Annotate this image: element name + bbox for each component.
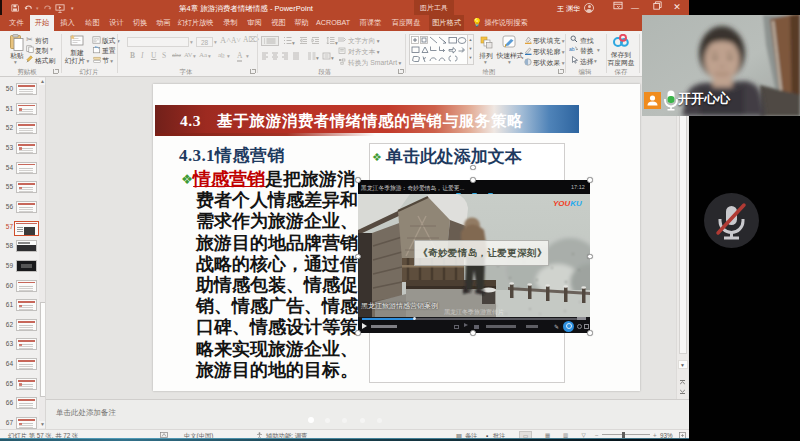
section-icon[interactable] xyxy=(93,56,101,65)
slide-thumbnail-60[interactable] xyxy=(16,280,37,292)
tab-home[interactable]: 开始 xyxy=(30,15,54,31)
slide-thumbnail-55[interactable] xyxy=(16,181,37,193)
align-left-button[interactable] xyxy=(261,52,269,61)
user-avatar[interactable] xyxy=(584,3,594,13)
change-case-dropdown[interactable]: ▾ xyxy=(208,53,211,59)
rotate-handle[interactable] xyxy=(470,165,476,171)
char-spacing-dropdown[interactable]: ▾ xyxy=(193,53,196,59)
section-button[interactable]: 节 ▾ xyxy=(102,56,113,66)
notes-placeholder[interactable]: 单击此处添加备注 xyxy=(56,408,116,418)
replace-button[interactable]: 替换 xyxy=(580,46,594,56)
copy-dropdown[interactable]: ▾ xyxy=(50,46,53,52)
save-to-baidu-line2[interactable]: 百度网盘 xyxy=(606,58,636,68)
slide-thumbnail-66[interactable] xyxy=(16,397,37,409)
paste-dropdown[interactable]: ▾ xyxy=(14,59,17,65)
highlight-dropdown[interactable]: ▾ xyxy=(227,53,230,59)
tab-draw[interactable]: 绘图 xyxy=(84,15,101,31)
undo-icon[interactable] xyxy=(24,4,33,13)
align-text-button[interactable]: 对齐文本 ▾ xyxy=(348,47,379,57)
shapes-gallery[interactable] xyxy=(409,34,468,65)
slide-thumbnail-61[interactable] xyxy=(16,299,37,311)
zoom-slider-track[interactable] xyxy=(602,434,650,435)
cut-button[interactable]: 剪切 xyxy=(35,36,49,46)
slide-thumbnail-50[interactable] xyxy=(16,83,37,95)
text-columns-button[interactable]: ▾ xyxy=(322,52,334,61)
bullets-button[interactable] xyxy=(261,36,279,46)
tab-help[interactable]: 帮助 xyxy=(293,15,310,31)
tab-file[interactable]: 文件 xyxy=(7,15,26,31)
shapes-scroll[interactable]: ▲▼▼ xyxy=(468,34,474,65)
italic-button[interactable]: I xyxy=(141,51,144,60)
arrange-dropdown[interactable]: ▾ xyxy=(484,59,487,65)
scrollbar-down-icon[interactable]: ▼ xyxy=(678,360,688,369)
selection-handle-ne[interactable] xyxy=(587,177,593,183)
thumbnail-scrollbar-thumb[interactable] xyxy=(40,302,46,397)
scroll-down-icon[interactable]: ▼ xyxy=(39,421,46,428)
format-painter-button[interactable]: 格式刷 xyxy=(35,56,55,66)
font-size-combo[interactable]: 28 xyxy=(196,37,213,47)
undo-dropdown[interactable]: ▾ xyxy=(36,4,39,13)
qat-customize-dropdown[interactable]: ▾ xyxy=(71,4,74,13)
save-icon[interactable] xyxy=(11,4,19,13)
selection-handle-sw[interactable] xyxy=(355,330,361,336)
tab-record[interactable]: 录制 xyxy=(222,15,239,31)
format-painter-icon[interactable] xyxy=(26,55,34,64)
font-dialog-launcher[interactable] xyxy=(250,69,255,74)
tab-acrobat[interactable]: ACROBAT xyxy=(316,15,347,31)
decrease-indent-button[interactable] xyxy=(299,36,308,46)
paste-icon[interactable] xyxy=(9,34,24,52)
webcam-overlay[interactable]: 开开心心 xyxy=(642,15,800,116)
tab-picture-format[interactable]: 图片格式 xyxy=(429,15,464,31)
play-icon[interactable] xyxy=(362,323,367,329)
slide-thumbnail-52[interactable] xyxy=(16,122,37,134)
slide-thumbnail-54[interactable] xyxy=(16,162,37,174)
tab-slideshow[interactable]: 幻灯片放映 xyxy=(177,15,214,31)
find-button[interactable]: 查找 xyxy=(580,36,594,46)
font-color-dropdown[interactable]: ▾ xyxy=(246,53,249,59)
slide-thumbnail-62[interactable] xyxy=(16,319,37,331)
copy-icon[interactable] xyxy=(26,45,34,54)
columns-button[interactable]: ▾ xyxy=(307,52,319,61)
close-button[interactable]: ✕ xyxy=(666,0,688,15)
tab-design[interactable]: 设计 xyxy=(108,15,125,31)
line-spacing-button[interactable]: ▾ xyxy=(326,36,338,46)
shrink-font-button[interactable]: A˅ xyxy=(231,36,241,45)
thumbnail-scrollbar[interactable]: ▲ ▼ xyxy=(39,77,46,429)
text-direction-button[interactable]: 文字方向 ▾ xyxy=(348,36,379,46)
smartart-button[interactable]: 转换为 SmartArt ▾ xyxy=(348,58,401,68)
baidu-netdisk-icon[interactable] xyxy=(613,34,629,48)
workspace-scrollbar[interactable]: ▲ ▼ xyxy=(676,77,688,399)
reset-icon[interactable] xyxy=(92,46,101,55)
slide-thumbnail-56[interactable] xyxy=(16,201,37,213)
cut-icon[interactable]: ✂ xyxy=(26,35,33,44)
video-player[interactable]: 黑龙江冬季旅游：奇妙爱情岛，让爱更... 17:12 xyxy=(358,180,590,333)
justify-button[interactable] xyxy=(292,52,300,61)
select-dropdown[interactable]: ▾ xyxy=(594,58,597,64)
quick-styles-dropdown[interactable]: ▾ xyxy=(508,59,511,65)
char-spacing-button[interactable]: A︁V xyxy=(184,51,193,58)
arrange-icon[interactable] xyxy=(480,36,493,50)
numbering-button[interactable]: ▾ xyxy=(283,36,295,46)
font-color-button[interactable]: A xyxy=(237,51,242,62)
slide-thumbnail-53[interactable] xyxy=(16,142,37,154)
player-next-icon[interactable] xyxy=(464,323,468,327)
tab-view[interactable]: 视图 xyxy=(270,15,287,31)
change-case-button[interactable]: Aa xyxy=(199,51,207,59)
shadow-button[interactable]: S xyxy=(162,51,166,60)
player-edit-icon[interactable]: ✎ xyxy=(554,323,559,330)
slide-thumbnail-57[interactable] xyxy=(14,221,39,236)
player-blue-button[interactable] xyxy=(563,321,574,332)
selection-handle-s[interactable] xyxy=(470,330,476,336)
selection-handle-se[interactable] xyxy=(587,330,593,336)
slide-thumbnail-63[interactable] xyxy=(16,338,37,350)
microphone-muted-button[interactable] xyxy=(704,193,759,248)
selection-handle-n[interactable] xyxy=(470,177,476,183)
align-center-button[interactable] xyxy=(271,52,279,61)
slideshow-icon[interactable] xyxy=(55,4,65,13)
quick-styles-icon[interactable] xyxy=(502,35,516,50)
paragraph-dialog-launcher[interactable] xyxy=(398,69,403,74)
clipboard-dialog-launcher[interactable] xyxy=(53,69,58,74)
new-slide-button-line2[interactable]: 幻灯片 ▾ xyxy=(64,56,90,66)
bold-button[interactable]: B xyxy=(130,51,135,60)
slide-thumbnail-58[interactable] xyxy=(16,240,37,252)
